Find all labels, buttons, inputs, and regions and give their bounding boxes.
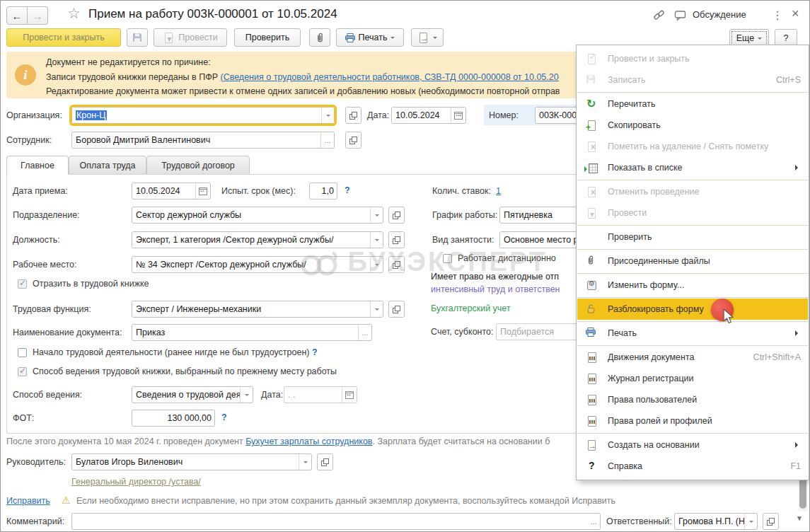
back-button[interactable]: ←	[6, 6, 28, 25]
org-open-button[interactable]	[345, 107, 361, 124]
favorite-star-icon[interactable]: ☆	[67, 5, 81, 22]
kebab-menu-icon[interactable]: ⋮	[772, 8, 783, 22]
department-field[interactable]: Сектор дежурной службы	[132, 207, 383, 224]
menu-item-reread[interactable]: Перечитать	[577, 93, 808, 115]
workplace-dropdown-icon[interactable]	[370, 257, 383, 272]
menu-item-change-form[interactable]: Изменить форму...	[577, 274, 808, 296]
employee-picker-icon[interactable]: ...	[320, 132, 334, 148]
hire-date-field[interactable]: 10.05.2024	[132, 183, 211, 200]
tab-salary[interactable]: Оплата труда	[69, 156, 146, 175]
ledger-method-checkbox[interactable]	[18, 367, 27, 378]
help-label: ?	[784, 33, 789, 43]
menu-item-mark-deletion[interactable]: Пометить на удаление / Снять пометку	[577, 136, 808, 157]
org-dropdown-icon[interactable]	[321, 108, 334, 123]
menu-item-create-based-on[interactable]: Создать на основании	[577, 434, 808, 456]
probation-field[interactable]: 1,0	[309, 183, 337, 200]
manager-position-link[interactable]: Генеральный директор /устава/	[71, 477, 201, 487]
discussion-label[interactable]: Обсуждение	[693, 9, 746, 20]
menu-item-show-in-list[interactable]: Показать в списке	[577, 157, 808, 178]
first-job-help-link[interactable]: ?	[312, 347, 318, 357]
comment-picker-icon[interactable]: ...	[587, 514, 600, 529]
menu-item-unpost[interactable]: Отменить проведение	[577, 181, 808, 202]
org-value: Крон-Ц	[76, 110, 107, 120]
menu-item-help[interactable]: СправкаF1	[577, 456, 808, 477]
menu-item-doc-movements[interactable]: Движения документаCtrl+Shift+A	[577, 347, 808, 368]
post-and-close-button[interactable]: Провести и закрыть	[6, 28, 121, 47]
forward-button[interactable]: →	[28, 6, 48, 25]
ledger-date-field[interactable]: . .	[284, 386, 357, 403]
link-icon[interactable]	[653, 9, 665, 23]
menu-item-save[interactable]: ЗаписатьCtrl+S	[577, 69, 808, 91]
remote-checkbox[interactable]	[443, 254, 452, 265]
check-button[interactable]: Проверить	[234, 28, 301, 47]
workplace-field[interactable]: № 34 Эксперт /Сектор дежурной службы/	[132, 256, 383, 273]
ledger-date-value: . .	[288, 390, 342, 400]
rates-link[interactable]: 1	[496, 186, 501, 196]
workbook-checkbox[interactable]	[18, 279, 27, 291]
org-field[interactable]: Крон-Ц	[71, 107, 335, 124]
calendar-icon[interactable]	[342, 387, 357, 403]
menu-item-registration-log[interactable]: Журнал регистрации	[577, 368, 808, 389]
menu-item-user-rights[interactable]: Права пользователей	[577, 389, 808, 410]
ledger-dropdown-icon[interactable]	[240, 387, 253, 403]
menu-item-unlock-form[interactable]: Разблокировать форму	[577, 299, 808, 320]
first-job-checkbox[interactable]	[18, 348, 27, 359]
tab-main-label: Главное	[21, 161, 54, 170]
date-field[interactable]: 10.05.2024	[391, 107, 466, 124]
show-in-list-icon	[586, 162, 598, 174]
open-icon	[767, 518, 775, 526]
employee-field[interactable]: Боровой Дмитрий Валентинович ...	[71, 132, 335, 149]
calendar-icon[interactable]	[195, 183, 210, 199]
probation-label: Испыт. срок (мес):	[221, 186, 296, 196]
scroll-down-icon[interactable]: ▼	[796, 514, 803, 522]
menu-item-copy[interactable]: Скопировать	[577, 115, 808, 136]
manager-dropdown-icon[interactable]	[299, 454, 311, 470]
attachments-button[interactable]	[309, 28, 330, 47]
doc-name-picker-icon[interactable]: ...	[358, 325, 371, 340]
position-open-button[interactable]	[388, 231, 405, 248]
post-button[interactable]: Провести	[154, 28, 227, 47]
first-job-text: Начало трудовой деятельности (ранее нигд…	[33, 347, 309, 357]
menu-item-attachments[interactable]: Присоединенные файлы	[577, 250, 808, 272]
menu-item-print[interactable]: Печать	[577, 323, 808, 344]
labor-function-field[interactable]: Эксперт / Инженеры-механики	[132, 301, 383, 318]
szv-td-link[interactable]: (Сведения о трудовой деятельности работн…	[221, 72, 559, 82]
create-based-on-button[interactable]	[411, 28, 444, 47]
menu-item-check[interactable]: Проверить	[577, 226, 808, 248]
save-button[interactable]	[127, 28, 148, 47]
menu-item-role-rights[interactable]: Права ролей и профилей	[577, 410, 808, 432]
probation-help-link[interactable]: ?	[345, 185, 350, 195]
fix-link[interactable]: Исправить	[6, 496, 50, 506]
employee-open-button[interactable]	[345, 132, 361, 149]
posted-doc-link[interactable]: Бухучет зарплаты сотрудников	[245, 436, 372, 446]
manager-label: Руководитель:	[6, 457, 66, 467]
report-icon	[586, 352, 598, 364]
vacation-link[interactable]: интенсивный труд и ответствен	[431, 284, 576, 294]
department-dropdown-icon[interactable]	[370, 207, 383, 223]
position-field[interactable]: Эксперт, 1 категория /Сектор дежурной сл…	[132, 231, 383, 248]
print-button[interactable]: Печать	[336, 28, 404, 47]
ledger-field[interactable]: Сведения о трудовой деятельности в	[132, 386, 253, 403]
responsible-open-button[interactable]	[763, 513, 779, 530]
schedule-label: График работы:	[432, 210, 497, 220]
labor-function-open-button[interactable]	[388, 301, 405, 318]
manager-field[interactable]: Булатов Игорь Виленович	[71, 453, 312, 470]
workplace-open-button[interactable]	[388, 256, 405, 273]
menu-item-post[interactable]: Провести	[577, 202, 808, 224]
close-icon[interactable]: ×	[792, 6, 799, 21]
tab-main[interactable]: Главное	[6, 156, 69, 175]
position-dropdown-icon[interactable]	[370, 232, 383, 248]
department-open-button[interactable]	[388, 207, 405, 224]
labor-function-dropdown-icon[interactable]	[370, 301, 383, 317]
menu-item-post-and-close[interactable]: Провести и закрыть	[577, 48, 808, 69]
comment-field[interactable]: ...	[71, 513, 601, 530]
fot-help-link[interactable]: ?	[221, 412, 227, 422]
fot-field[interactable]: 130 000,00	[132, 410, 215, 427]
calendar-icon[interactable]	[451, 108, 465, 123]
doc-name-field[interactable]: Приказ ...	[132, 324, 372, 341]
discussion-bubble-icon[interactable]	[674, 11, 687, 23]
responsible-dropdown-icon[interactable]	[744, 514, 757, 529]
tab-contract[interactable]: Трудовой договор	[146, 156, 250, 175]
responsible-field[interactable]: Громова Н.П. (Нач. отд. п	[674, 513, 758, 530]
manager-open-button[interactable]	[317, 453, 333, 470]
